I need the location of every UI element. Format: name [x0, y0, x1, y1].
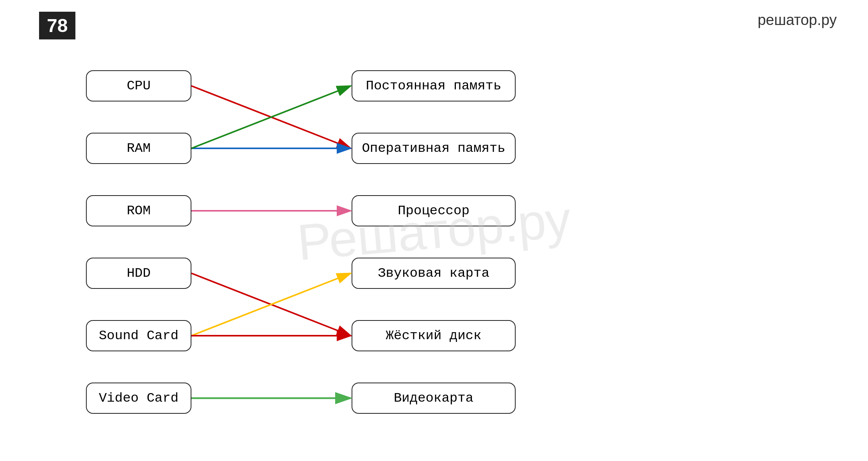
- box-postmem: Постоянная память: [352, 70, 516, 101]
- box-sound: Sound Card: [86, 320, 191, 351]
- svg-line-6: [191, 86, 351, 148]
- diagram: CPU RAM ROM HDD Sound Card Video Card По…: [39, 62, 820, 433]
- box-ram: RAM: [86, 133, 191, 164]
- box-videoru: Видеокарта: [352, 383, 516, 414]
- page-number: 78: [39, 12, 75, 39]
- box-cpu: CPU: [86, 70, 191, 101]
- site-label: решатор.ру: [757, 12, 837, 28]
- box-zvuk: Звуковая карта: [352, 258, 516, 289]
- arrows-svg: [39, 62, 820, 433]
- svg-line-11: [191, 273, 351, 336]
- box-rom: ROM: [86, 195, 191, 226]
- svg-line-8: [191, 86, 351, 148]
- box-hddru: Жёсткий диск: [352, 320, 516, 351]
- svg-line-10: [191, 273, 351, 336]
- box-hdd: HDD: [86, 258, 191, 289]
- box-proc: Процессор: [352, 195, 516, 226]
- box-video: Video Card: [86, 383, 191, 414]
- box-opmem: Оперативная память: [352, 133, 516, 164]
